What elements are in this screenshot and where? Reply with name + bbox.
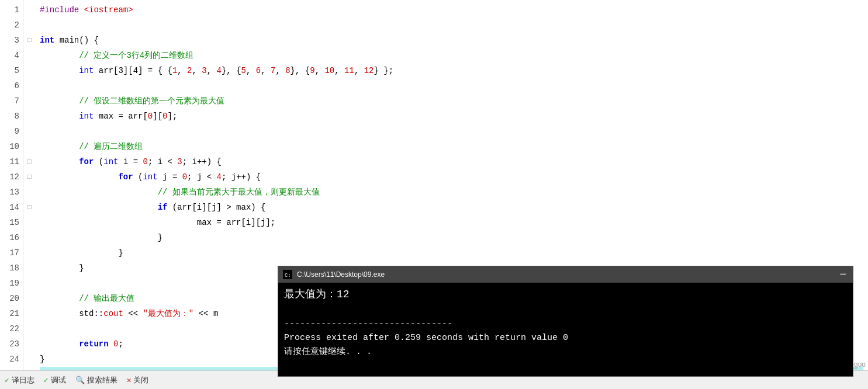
translate-log-label: 译日志 — [12, 375, 34, 385]
terminal-title: C:\Users\11\Desktop\09.exe — [297, 270, 835, 279]
line-num-24: 24 — [0, 352, 19, 367]
code-line-9 — [40, 124, 863, 139]
fold-16 — [23, 230, 35, 245]
terminal-window: C: C:\Users\11\Desktop\09.exe ─ 最大值为：12 … — [278, 266, 853, 377]
debug-icon: ✓ — [44, 376, 49, 385]
fold-9 — [23, 124, 35, 139]
fold-24 — [23, 352, 35, 367]
fold-6 — [23, 78, 35, 93]
line-num-7: 7 — [0, 93, 19, 109]
fold-4 — [23, 48, 35, 63]
terminal-body: 最大值为：12 --------------------------------… — [278, 283, 853, 376]
terminal-process-exit: Process exited after 0.259 seconds with … — [284, 331, 847, 345]
code-line-15: max = arr[i][j]; — [40, 215, 863, 230]
line-num-1: 1 — [0, 2, 19, 18]
fold-7 — [23, 93, 35, 109]
fold-20 — [23, 291, 35, 306]
line-num-19: 19 — [0, 276, 19, 291]
fold-column: □ □ □ □ — [23, 0, 35, 370]
code-line-14: if (arr[i][j] > max) { — [40, 200, 863, 215]
fold-17 — [23, 245, 35, 261]
fold-13 — [23, 185, 35, 200]
line-num-4: 4 — [0, 48, 19, 63]
code-line-12: for (int j = 0; j < 4; j++) { — [40, 169, 863, 185]
code-line-8: int max = arr[0][0]; — [40, 109, 863, 124]
close-icon: ✕ — [127, 376, 132, 385]
line-num-2: 2 — [0, 18, 19, 33]
line-num-18: 18 — [0, 261, 19, 276]
terminal-cmd-icon: C: — [283, 270, 292, 279]
line-num-6: 6 — [0, 78, 19, 93]
code-line-7: // 假设二维数组的第一个元素为最大值 — [40, 93, 863, 109]
search-results-item[interactable]: 🔍 搜索结果 — [75, 375, 117, 385]
fold-5 — [23, 63, 35, 78]
code-line-6 — [40, 78, 863, 93]
fold-11[interactable]: □ — [23, 154, 35, 169]
line-num-16: 16 — [0, 230, 19, 245]
line-num-13: 13 — [0, 185, 19, 200]
fold-18 — [23, 261, 35, 276]
line-num-22: 22 — [0, 321, 19, 336]
line-numbers: 1 2 3 4 5 6 7 8 9 10 11 12 13 14 15 16 1… — [0, 0, 23, 370]
fold-25 — [23, 367, 35, 370]
fold-1 — [23, 2, 35, 18]
debug-item[interactable]: ✓ 调试 — [44, 375, 66, 385]
fold-10 — [23, 139, 35, 154]
line-num-17: 17 — [0, 245, 19, 261]
code-line-13: // 如果当前元素大于最大值，则更新最大值 — [40, 185, 863, 200]
line-num-5: 5 — [0, 63, 19, 78]
line-num-21: 21 — [0, 306, 19, 321]
code-line-16: } — [40, 230, 863, 245]
close-label: 关闭 — [133, 375, 148, 385]
line-num-3: 3 — [0, 33, 19, 48]
code-line-4: // 定义一个3行4列的二维数组 — [40, 48, 863, 63]
terminal-minimize-button[interactable]: ─ — [840, 270, 846, 279]
svg-text:C:: C: — [285, 273, 291, 279]
search-results-label: 搜索结果 — [87, 375, 117, 385]
terminal-separator: -------------------------------- — [284, 303, 847, 331]
translate-log-icon: ✓ — [5, 376, 9, 385]
code-line-10: // 遍历二维数组 — [40, 139, 863, 154]
fold-3[interactable]: □ — [23, 33, 35, 48]
terminal-continue-prompt: 请按任意键继续. . . — [284, 345, 847, 359]
line-num-9: 9 — [0, 124, 19, 139]
fold-23 — [23, 336, 35, 352]
code-line-5: int arr[3][4] = { {1, 2, 3, 4}, {5, 6, 7… — [40, 63, 863, 78]
terminal-titlebar: C: C:\Users\11\Desktop\09.exe ─ — [278, 266, 853, 283]
close-item[interactable]: ✕ 关闭 — [127, 375, 149, 385]
translate-log-item[interactable]: ✓ 译日志 — [5, 375, 34, 385]
fold-19 — [23, 276, 35, 291]
code-line-2 — [40, 18, 863, 33]
fold-12[interactable]: □ — [23, 169, 35, 185]
fold-14[interactable]: □ — [23, 200, 35, 215]
line-num-10: 10 — [0, 139, 19, 154]
line-num-20: 20 — [0, 291, 19, 306]
line-num-15: 15 — [0, 215, 19, 230]
fold-21 — [23, 306, 35, 321]
fold-22 — [23, 321, 35, 336]
code-line-11: for (int i = 0; i < 3; i++) { — [40, 154, 863, 169]
fold-2 — [23, 18, 35, 33]
line-num-11: 11 — [0, 154, 19, 169]
code-line-17: } — [40, 245, 863, 261]
code-line-1: #include <iostream> — [40, 2, 863, 18]
code-line-3: int main() { — [40, 33, 863, 48]
line-num-23: 23 — [0, 336, 19, 352]
search-results-icon: 🔍 — [75, 376, 85, 385]
debug-label: 调试 — [51, 375, 66, 385]
line-num-14: 14 — [0, 200, 19, 215]
line-num-8: 8 — [0, 109, 19, 124]
terminal-output-result: 最大值为：12 — [284, 286, 847, 303]
fold-15 — [23, 215, 35, 230]
line-num-25: 25 — [0, 367, 19, 370]
line-num-12: 12 — [0, 169, 19, 185]
fold-8 — [23, 109, 35, 124]
